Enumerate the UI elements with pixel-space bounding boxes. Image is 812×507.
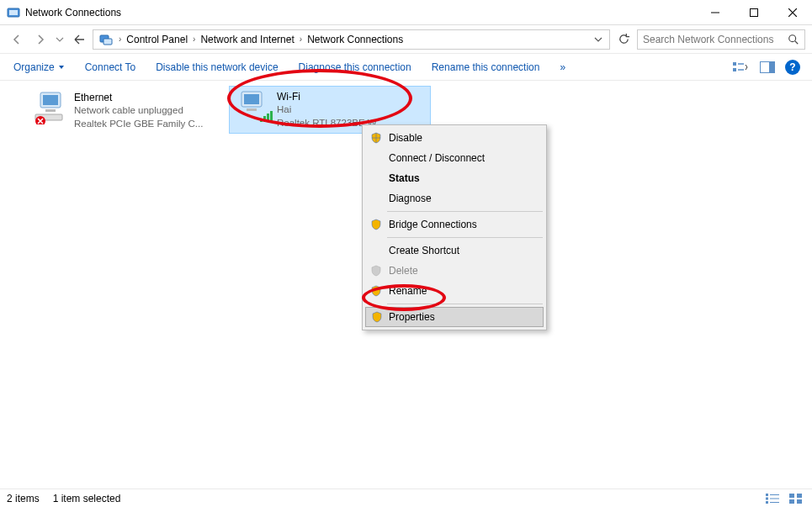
shield-icon <box>370 132 382 144</box>
status-item-count: 2 items <box>7 493 40 504</box>
svg-rect-17 <box>43 95 58 105</box>
svg-rect-26 <box>267 114 269 122</box>
context-menu: Disable Connect / Disconnect Status Diag… <box>362 124 547 330</box>
search-icon[interactable] <box>788 34 799 45</box>
ctx-connect[interactable]: Connect / Disconnect <box>365 148 544 168</box>
rename-connection-button[interactable]: Rename this connection <box>422 54 550 80</box>
breadcrumb-item[interactable]: Network and Internet <box>197 30 297 49</box>
svg-rect-1 <box>9 10 18 15</box>
command-bar: Organize Connect To Disable this network… <box>0 54 812 81</box>
svg-rect-34 <box>789 494 794 498</box>
svg-rect-22 <box>244 94 259 104</box>
breadcrumb-item[interactable]: Control Panel <box>123 30 191 49</box>
separator <box>387 304 543 304</box>
ctx-label: Delete <box>389 265 418 277</box>
window-title: Network Connections <box>25 7 696 18</box>
forward-button[interactable] <box>30 29 50 50</box>
ctx-disable[interactable]: Disable <box>365 128 544 148</box>
svg-line-9 <box>795 40 799 44</box>
breadcrumb-item[interactable]: Network Connections <box>304 30 406 49</box>
status-selected-count: 1 item selected <box>53 493 121 504</box>
view-options-button[interactable] <box>731 58 750 77</box>
close-button[interactable] <box>773 0 812 25</box>
diagnose-connection-button[interactable]: Diagnose this connection <box>289 54 422 80</box>
svg-rect-32 <box>766 501 768 504</box>
location-icon <box>98 32 114 47</box>
help-button[interactable]: ? <box>785 60 800 75</box>
connect-to-button[interactable]: Connect To <box>75 54 146 80</box>
svg-point-8 <box>789 34 796 41</box>
search-input[interactable]: Search Network Connections <box>637 29 805 50</box>
title-bar: Network Connections <box>0 0 812 25</box>
refresh-button[interactable] <box>613 29 634 50</box>
ctx-delete: Delete <box>365 261 544 281</box>
minimize-button[interactable] <box>696 0 735 25</box>
svg-rect-25 <box>263 116 266 122</box>
ctx-label: Disable <box>389 132 422 144</box>
svg-rect-11 <box>733 68 736 71</box>
ctx-status[interactable]: Status <box>365 168 544 188</box>
svg-rect-28 <box>766 494 768 496</box>
content-area: Ethernet Network cable unplugged Realtek… <box>0 81 812 489</box>
window-icon <box>7 6 20 19</box>
svg-rect-35 <box>797 494 802 498</box>
search-placeholder: Search Network Connections <box>643 34 773 45</box>
shield-icon <box>370 265 382 277</box>
ethernet-icon <box>32 91 74 130</box>
svg-rect-15 <box>769 62 774 72</box>
chevron-right-icon[interactable]: › <box>298 34 304 44</box>
ctx-rename[interactable]: Rename <box>365 281 544 301</box>
chevron-right-icon[interactable]: › <box>117 34 123 44</box>
ctx-properties[interactable]: Properties <box>365 307 544 327</box>
shield-icon <box>371 311 383 323</box>
separator <box>387 211 543 212</box>
recent-locations-button[interactable] <box>54 29 66 50</box>
connection-status: Network cable unplugged <box>74 104 224 118</box>
svg-rect-7 <box>103 39 112 45</box>
shield-icon <box>370 285 382 297</box>
svg-rect-23 <box>247 108 257 111</box>
more-commands-button[interactable]: » <box>549 54 576 80</box>
maximize-button[interactable] <box>735 0 773 25</box>
ctx-bridge[interactable]: Bridge Connections <box>365 214 544 235</box>
connection-item-ethernet[interactable]: Ethernet Network cable unplugged Realtek… <box>27 87 229 134</box>
svg-rect-36 <box>789 499 794 504</box>
preview-pane-button[interactable] <box>758 58 777 77</box>
icons-view-button[interactable] <box>787 491 805 506</box>
ctx-label: Bridge Connections <box>389 219 477 230</box>
ctx-label: Properties <box>389 311 435 323</box>
details-view-button[interactable] <box>763 491 782 506</box>
address-bar[interactable]: › Control Panel › Network and Internet ›… <box>93 29 610 50</box>
wifi-icon <box>235 90 277 129</box>
back-button[interactable] <box>7 29 27 50</box>
up-button[interactable] <box>69 29 89 50</box>
shield-icon <box>370 219 382 230</box>
connection-name: Ethernet <box>74 91 224 104</box>
organize-label: Organize <box>13 61 55 73</box>
address-dropdown[interactable] <box>589 35 608 44</box>
status-bar: 2 items 1 item selected <box>0 489 812 507</box>
connection-device: Realtek PCIe GBE Family C... <box>74 118 224 131</box>
separator <box>387 237 543 238</box>
organize-menu[interactable]: Organize <box>3 54 75 80</box>
svg-rect-27 <box>270 111 273 122</box>
ctx-label: Rename <box>389 285 427 297</box>
ctx-diagnose[interactable]: Diagnose <box>365 188 544 209</box>
svg-rect-24 <box>260 119 263 122</box>
connection-name: Wi-Fi <box>277 90 425 103</box>
svg-rect-37 <box>797 499 802 504</box>
svg-rect-3 <box>751 9 758 17</box>
disable-device-button[interactable]: Disable this network device <box>146 54 288 80</box>
svg-rect-10 <box>733 62 736 66</box>
ctx-shortcut[interactable]: Create Shortcut <box>365 240 544 261</box>
svg-rect-18 <box>45 109 56 112</box>
nav-bar: › Control Panel › Network and Internet ›… <box>0 25 812 54</box>
window-controls <box>696 0 812 24</box>
chevron-right-icon[interactable]: › <box>191 34 197 44</box>
connection-status: Hai <box>277 103 425 117</box>
svg-rect-30 <box>766 497 768 499</box>
